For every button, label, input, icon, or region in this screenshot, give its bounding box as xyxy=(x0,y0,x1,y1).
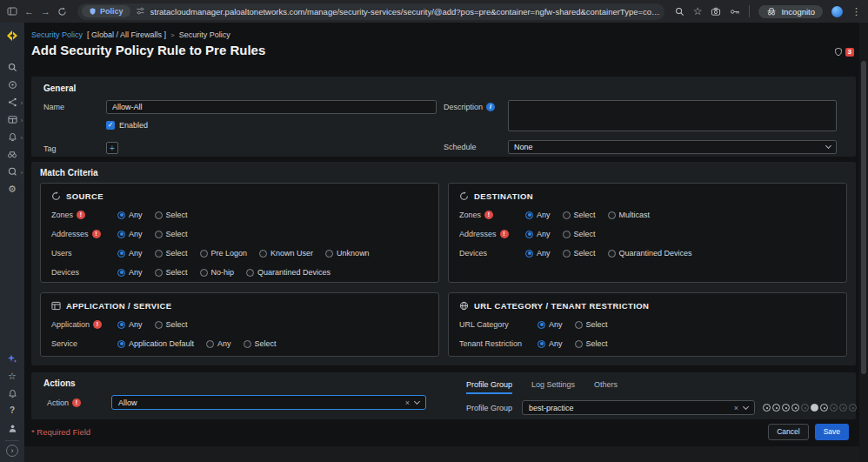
radio-label: Any xyxy=(537,211,551,219)
match-criteria-section: Match Criteria SOURCE Zones! Any Select xyxy=(31,162,856,365)
required-icon: ! xyxy=(92,230,101,238)
radio-option[interactable]: Any xyxy=(117,211,143,219)
sidebar-user-icon[interactable] xyxy=(0,419,24,437)
profile-icon-8 xyxy=(830,404,838,412)
breadcrumb-link[interactable]: Security Policy xyxy=(31,30,83,39)
scrollbar-track[interactable] xyxy=(859,23,868,462)
radio-option[interactable]: Known User xyxy=(259,249,313,258)
profile-icon-7 xyxy=(820,404,828,412)
back-icon[interactable]: ← xyxy=(24,7,34,17)
sidebar-inventory-icon[interactable]: › xyxy=(0,110,24,128)
radio-icon xyxy=(155,269,163,277)
description-label: Description xyxy=(444,103,483,111)
breadcrumb-separator: > xyxy=(170,31,175,39)
policy-extension-chip[interactable]: Policy xyxy=(82,5,130,17)
required-icon: ! xyxy=(500,230,509,238)
browser-menu-icon[interactable]: ⋮ xyxy=(851,6,861,17)
clear-icon[interactable]: × xyxy=(405,398,410,407)
screenshot-camera-icon[interactable] xyxy=(711,7,721,17)
radio-option[interactable]: Quarantined Devices xyxy=(246,268,331,277)
radio-icon xyxy=(206,340,214,348)
radio-option[interactable]: Unknown xyxy=(325,249,370,258)
radio-label: Unknown xyxy=(337,249,370,258)
form-footer: * Required Field Cancel Save xyxy=(31,424,849,440)
schedule-select[interactable]: None xyxy=(508,140,837,154)
tab-others[interactable]: Others xyxy=(594,378,618,394)
add-tag-button[interactable]: + xyxy=(106,142,118,154)
reload-icon[interactable] xyxy=(57,7,67,17)
radio-option[interactable]: Pre Logon xyxy=(200,249,248,258)
radio-option[interactable]: No-hip xyxy=(200,268,235,277)
name-input[interactable] xyxy=(106,100,437,114)
radio-option[interactable]: Any xyxy=(117,320,143,329)
radio-option[interactable]: Select xyxy=(155,211,188,219)
radio-option[interactable]: Select xyxy=(563,230,596,238)
required-icon: ! xyxy=(77,211,85,219)
strata-logo[interactable] xyxy=(5,29,19,46)
radio-option[interactable]: Any xyxy=(206,339,231,348)
action-select[interactable]: Allow × xyxy=(111,395,426,410)
search-tabs-icon[interactable] xyxy=(675,7,684,17)
extension-avatar[interactable] xyxy=(831,6,843,17)
radio-option[interactable]: Select xyxy=(155,320,188,329)
actions-tabs: Profile Group Log Settings Others xyxy=(466,378,857,394)
description-textarea[interactable] xyxy=(508,100,837,131)
address-bar[interactable]: Policy stratacloudmanager.paloaltonetwor… xyxy=(77,3,664,20)
sidebar-discover-icon[interactable] xyxy=(0,145,24,163)
radio-option[interactable]: Select xyxy=(563,249,596,258)
sidebar-help-icon[interactable]: ? xyxy=(0,402,24,419)
forward-icon[interactable]: → xyxy=(41,7,50,17)
sidebar-settings-icon[interactable]: ⚙ xyxy=(0,180,24,198)
bookmark-star-icon[interactable]: ☆ xyxy=(693,6,703,17)
sidebar-favorites-icon[interactable]: ☆ xyxy=(0,367,24,385)
chevron-right-icon: › xyxy=(21,170,23,176)
radio-option[interactable]: Any xyxy=(525,230,551,238)
radio-option[interactable]: Select xyxy=(575,339,608,348)
radio-icon xyxy=(575,321,583,329)
sidebar-copilot-icon[interactable] xyxy=(0,350,24,367)
info-icon: i xyxy=(486,103,495,111)
radio-option[interactable]: Any xyxy=(117,249,143,258)
cancel-button[interactable]: Cancel xyxy=(768,424,808,440)
clear-icon[interactable]: × xyxy=(734,404,738,412)
site-settings-icon[interactable] xyxy=(136,7,145,16)
sidebar-workflows-icon[interactable]: › xyxy=(0,93,24,110)
radio-option[interactable]: Select xyxy=(155,249,188,258)
sidebar-dashboard-icon[interactable] xyxy=(0,76,24,93)
scrollbar-thumb[interactable] xyxy=(861,61,866,374)
radio-option[interactable]: Select xyxy=(244,339,277,348)
password-key-icon[interactable] xyxy=(730,7,740,17)
radio-option[interactable]: Select xyxy=(155,230,188,238)
incognito-label: Incognito xyxy=(781,7,815,17)
radio-option[interactable]: Any xyxy=(537,320,563,329)
sidebar-search-icon[interactable] xyxy=(0,58,24,76)
alert-count-badge[interactable]: 3 xyxy=(845,48,854,57)
side-panel-icon[interactable] xyxy=(7,6,17,17)
radio-option[interactable]: Select xyxy=(563,211,596,219)
radio-option[interactable]: Application Default xyxy=(117,339,194,348)
radio-icon xyxy=(155,211,163,219)
enabled-checkbox[interactable]: ✓ xyxy=(106,121,115,130)
profile-group-select[interactable]: best-practice × xyxy=(522,400,755,415)
tab-profile-group[interactable]: Profile Group xyxy=(466,378,512,394)
radio-option[interactable]: Any xyxy=(537,339,563,348)
url-text[interactable]: stratacloudmanager.paloaltonetworks.com/… xyxy=(150,7,660,17)
radio-option[interactable]: Any xyxy=(525,211,551,219)
sidebar-expand-icon[interactable]: › xyxy=(6,445,18,457)
radio-option[interactable]: Any xyxy=(117,268,143,277)
sidebar-reports-icon[interactable]: › xyxy=(0,163,24,180)
radio-option[interactable]: Select xyxy=(155,268,188,277)
breadcrumb-current: Security Policy xyxy=(179,30,230,39)
radio-option[interactable]: Any xyxy=(117,230,143,238)
radio-option[interactable]: Multicast xyxy=(608,211,651,219)
security-shield-icon[interactable] xyxy=(834,47,843,57)
tab-log-settings[interactable]: Log Settings xyxy=(531,378,575,394)
radio-option[interactable]: Quarantined Devices xyxy=(608,249,692,258)
radio-option[interactable]: Any xyxy=(525,249,551,258)
sidebar-notifications-icon[interactable] xyxy=(0,385,24,402)
tag-label: Tag xyxy=(43,142,106,153)
radio-option[interactable]: Select xyxy=(575,320,608,329)
save-button[interactable]: Save xyxy=(815,424,849,440)
radio-icon xyxy=(155,250,163,258)
sidebar-alarms-icon[interactable]: › xyxy=(0,128,24,145)
